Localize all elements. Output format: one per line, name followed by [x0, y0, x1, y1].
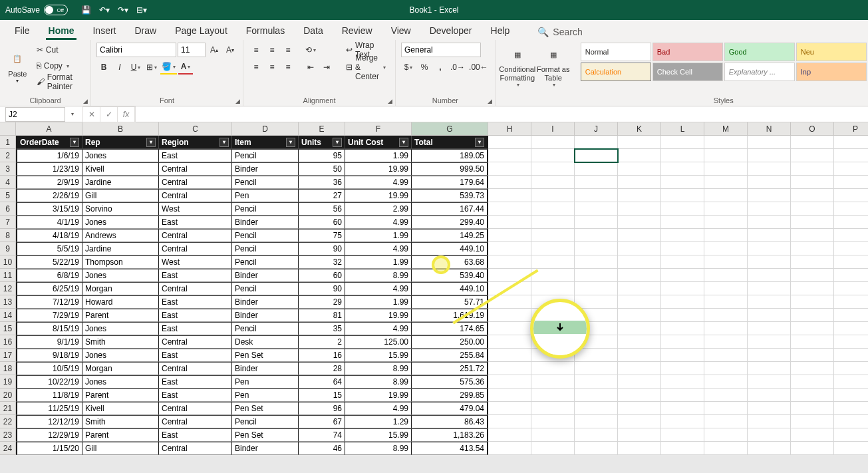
cell[interactable]: Parent	[82, 389, 159, 402]
cell[interactable]	[748, 269, 791, 282]
style-explanatory[interactable]: Explanatory ...	[724, 63, 795, 81]
decrease-decimal-icon[interactable]: .00←	[468, 60, 490, 75]
cell[interactable]: 251.72	[412, 362, 488, 375]
cell[interactable]: 1,619.19	[412, 309, 488, 322]
cell[interactable]	[704, 202, 748, 216]
cell[interactable]	[575, 255, 618, 269]
cell[interactable]: 6/8/19	[16, 269, 82, 282]
cell[interactable]	[661, 255, 704, 269]
row-header-20[interactable]: 20	[0, 389, 16, 402]
save-icon[interactable]: 💾	[81, 5, 91, 15]
cell[interactable]: 449.10	[412, 242, 488, 255]
cell[interactable]: 2	[299, 335, 345, 349]
table-header-total[interactable]: Total▾	[412, 136, 488, 149]
cell[interactable]: Parent	[82, 428, 159, 442]
cell[interactable]	[834, 428, 868, 442]
cell[interactable]	[791, 349, 834, 362]
row-header-17[interactable]: 17	[0, 349, 16, 362]
column-header-F[interactable]: F	[345, 122, 412, 136]
touch-mode-icon[interactable]: ⊟▾	[136, 5, 147, 15]
cell[interactable]: Jones	[82, 216, 159, 229]
cell[interactable]: 174.65	[412, 322, 488, 335]
cell[interactable]: 1.99	[345, 295, 412, 309]
cell[interactable]: 2/9/19	[16, 176, 82, 189]
clipboard-launcher-icon[interactable]: ◢	[83, 98, 88, 104]
name-box-dropdown-icon[interactable]: ▾	[65, 107, 80, 122]
cell[interactable]	[748, 335, 791, 349]
cell[interactable]: 4.99	[345, 216, 412, 229]
tab-file[interactable]: File	[5, 21, 39, 40]
row-header-14[interactable]: 14	[0, 309, 16, 322]
cell[interactable]	[791, 415, 834, 428]
column-header-L[interactable]: L	[661, 122, 704, 136]
cell[interactable]	[661, 335, 704, 349]
table-header-region[interactable]: Region▾	[159, 136, 232, 149]
cell[interactable]	[488, 402, 531, 415]
cell[interactable]: East	[159, 216, 232, 229]
underline-button[interactable]: U	[128, 60, 143, 75]
cell[interactable]	[488, 362, 531, 375]
cell[interactable]	[704, 229, 748, 242]
cell[interactable]	[488, 309, 531, 322]
cell[interactable]: Central	[159, 229, 232, 242]
cell[interactable]	[704, 322, 748, 335]
column-header-D[interactable]: D	[232, 122, 299, 136]
cell[interactable]: West	[159, 255, 232, 269]
cell[interactable]	[791, 428, 834, 442]
cell[interactable]	[661, 242, 704, 255]
cell[interactable]	[661, 295, 704, 309]
cell[interactable]	[575, 269, 618, 282]
column-header-E[interactable]: E	[299, 122, 345, 136]
cell[interactable]	[748, 415, 791, 428]
row-header-18[interactable]: 18	[0, 362, 16, 375]
cell[interactable]	[791, 309, 834, 322]
cell[interactable]	[791, 335, 834, 349]
cell[interactable]: 149.25	[412, 229, 488, 242]
cell[interactable]: Central	[159, 415, 232, 428]
cell[interactable]: Central	[159, 402, 232, 415]
row-header-12[interactable]: 12	[0, 282, 16, 295]
cell[interactable]	[618, 362, 661, 375]
cell[interactable]	[834, 282, 868, 295]
cell[interactable]	[834, 202, 868, 216]
cell[interactable]: Howard	[82, 295, 159, 309]
cell[interactable]: Central	[159, 189, 232, 202]
cell[interactable]	[748, 255, 791, 269]
filter-button[interactable]: ▾	[219, 138, 229, 147]
cell[interactable]	[704, 402, 748, 415]
cell[interactable]: Binder	[232, 162, 299, 176]
cell[interactable]	[704, 136, 748, 149]
cell[interactable]	[531, 442, 575, 455]
cell[interactable]: Jones	[82, 149, 159, 162]
cell[interactable]	[488, 389, 531, 402]
cell[interactable]: Smith	[82, 415, 159, 428]
cell[interactable]: East	[159, 149, 232, 162]
column-header-N[interactable]: N	[748, 122, 791, 136]
cell[interactable]	[661, 189, 704, 202]
cell[interactable]: 19.99	[345, 389, 412, 402]
column-header-K[interactable]: K	[618, 122, 661, 136]
cell[interactable]	[791, 322, 834, 335]
cell[interactable]: 7/12/19	[16, 295, 82, 309]
cell[interactable]	[791, 189, 834, 202]
cell[interactable]	[575, 176, 618, 189]
row-header-10[interactable]: 10	[0, 255, 16, 269]
cell[interactable]: 8.99	[345, 362, 412, 375]
cell[interactable]	[748, 389, 791, 402]
cell[interactable]: 4.99	[345, 242, 412, 255]
cell[interactable]	[704, 295, 748, 309]
cell[interactable]: 539.40	[412, 269, 488, 282]
cell[interactable]	[791, 136, 834, 149]
cell[interactable]	[704, 162, 748, 176]
cell[interactable]: 15.99	[345, 428, 412, 442]
cell[interactable]	[834, 375, 868, 389]
cell[interactable]: Binder	[232, 295, 299, 309]
undo-icon[interactable]: ↶▾	[99, 5, 110, 15]
tab-developer[interactable]: Developer	[420, 21, 482, 40]
italic-button[interactable]: I	[112, 60, 127, 75]
cell[interactable]: Pencil	[232, 415, 299, 428]
cell[interactable]: 1/6/19	[16, 149, 82, 162]
cell[interactable]: 19.99	[345, 162, 412, 176]
cell[interactable]: 95	[299, 149, 345, 162]
cell[interactable]	[618, 269, 661, 282]
